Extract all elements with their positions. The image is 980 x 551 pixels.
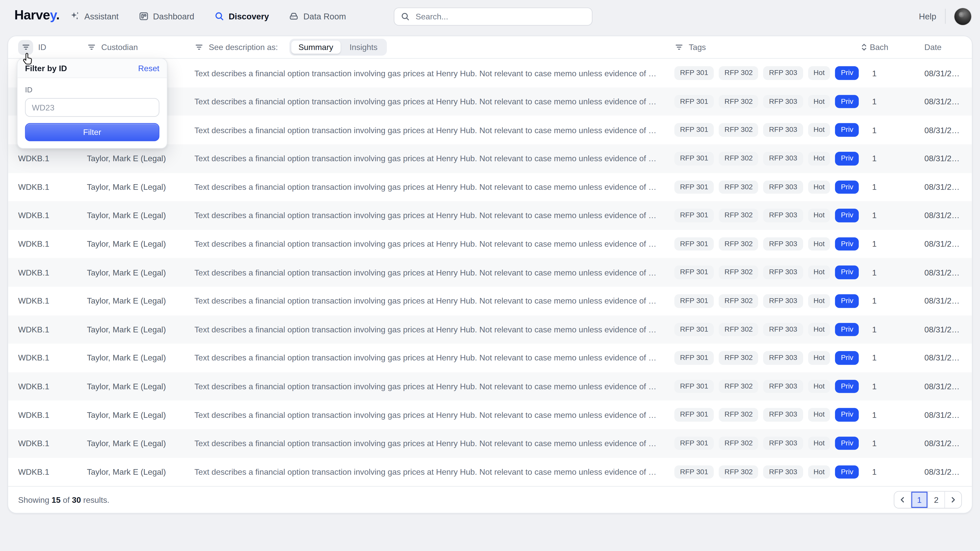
tag-pill[interactable]: RFP 301 [674,152,714,165]
tag-pill[interactable]: RFP 302 [719,180,759,194]
sort-icon[interactable] [860,43,867,51]
tag-pill[interactable]: Hot [808,180,830,194]
table-row[interactable]: WDKB.1 Taylor, Mark E (Legal) Text descr… [8,201,972,230]
global-search[interactable] [394,7,593,25]
tag-pill[interactable]: RFP 303 [763,180,803,194]
tag-pill[interactable]: RFP 303 [763,152,803,165]
table-row[interactable]: WDKB.1 Taylor, Mark E (Legal) Text descr… [8,401,972,429]
tag-pill[interactable]: RFP 303 [763,408,803,422]
tag-pill[interactable]: RFP 301 [674,294,714,308]
tag-pill[interactable]: RFP 301 [674,437,714,450]
toggle-insights[interactable]: Insights [342,41,385,54]
table-row[interactable]: WDKB.1 Taylor, Mark E (Legal) Text descr… [8,230,972,259]
tag-pill[interactable]: RFP 302 [719,209,759,222]
apply-filter-button[interactable]: Filter [25,123,159,141]
tag-pill[interactable]: RFP 303 [763,95,803,108]
table-row[interactable]: WDKB.1 Taylor, Mark E (Legal) Text descr… [8,258,972,287]
tag-pill[interactable]: RFP 303 [763,124,803,137]
table-row[interactable]: WDKB.1 Taylor, Mark E (Legal) Text descr… [8,372,972,401]
tag-pill[interactable]: RFP 302 [719,66,759,80]
tag-pill[interactable]: Hot [808,465,830,478]
tag-pill[interactable]: RFP 301 [674,323,714,336]
tag-pill[interactable]: Hot [808,351,830,365]
tag-pill[interactable]: RFP 301 [674,237,714,251]
toggle-summary[interactable]: Summary [291,41,341,54]
tag-pill[interactable]: Hot [808,323,830,336]
tag-pill[interactable]: RFP 303 [763,323,803,336]
tag-pill[interactable]: RFP 301 [674,124,714,137]
next-page-button[interactable] [945,492,961,508]
tag-pill[interactable]: Hot [808,294,830,308]
tag-pill[interactable]: Hot [808,408,830,422]
tag-pill[interactable]: RFP 301 [674,66,714,80]
nav-item-discovery[interactable]: Discovery [215,11,269,21]
table-row[interactable]: WDKB.1 Taylor, Mark E (Legal) Text descr… [8,457,972,486]
help-link[interactable]: Help [919,11,936,21]
nav-item-dashboard[interactable]: Dashboard [138,11,194,21]
tag-pill[interactable]: RFP 301 [674,351,714,365]
tag-pill[interactable]: RFP 302 [719,95,759,108]
tag-pill[interactable]: RFP 302 [719,266,759,279]
filter-custodian-button[interactable] [87,43,96,52]
nav-item-data-room[interactable]: Data Room [289,11,346,21]
tag-pill[interactable]: Hot [808,152,830,165]
user-avatar[interactable] [955,8,971,25]
tag-pill[interactable]: RFP 302 [719,323,759,336]
filter-tags-button[interactable] [674,43,684,52]
tag-pill[interactable]: RFP 301 [674,408,714,422]
id-filter-input[interactable] [25,98,159,117]
tag-pill[interactable]: RFP 301 [674,180,714,194]
reset-link[interactable]: Reset [138,64,159,73]
row-date: 08/31/2001 [899,296,962,306]
tag-pill[interactable]: RFP 303 [763,294,803,308]
tag-pill[interactable]: RFP 303 [763,380,803,393]
tag-pill[interactable]: RFP 302 [719,465,759,478]
page-1-button[interactable]: 1 [912,492,928,508]
table-row[interactable]: WDKB.1 Taylor, Mark E (Legal) Text descr… [8,344,972,372]
harvey-logo[interactable]: Harvey. [14,7,59,22]
tag-pill[interactable]: RFP 302 [719,294,759,308]
row-description: Text describes a financial option transa… [194,382,675,391]
tag-pill[interactable]: RFP 302 [719,124,759,137]
row-date: 08/31/2001 [899,154,962,163]
tag-pill[interactable]: Hot [808,380,830,393]
tag-pill[interactable]: RFP 302 [719,437,759,450]
tag-pill[interactable]: RFP 301 [674,266,714,279]
table-row[interactable]: WDKB.1 Taylor, Mark E (Legal) Text descr… [8,287,972,315]
tag-pill[interactable]: RFP 303 [763,437,803,450]
tag-pill[interactable]: RFP 301 [674,465,714,478]
tag-pill[interactable]: Hot [808,266,830,279]
filter-description-button[interactable] [194,43,204,52]
tag-pill[interactable]: RFP 301 [674,209,714,222]
prev-page-button[interactable] [894,492,911,508]
filter-id-button[interactable] [18,40,33,55]
tag-pill[interactable]: Hot [808,437,830,450]
search-input[interactable] [414,11,586,22]
tag-pill[interactable]: RFP 302 [719,380,759,393]
page-2-button[interactable]: 2 [928,492,945,508]
tag-pill[interactable]: RFP 303 [763,351,803,365]
tag-pill[interactable]: RFP 303 [763,209,803,222]
tag-pill[interactable]: RFP 302 [719,408,759,422]
tag-pill[interactable]: RFP 301 [674,380,714,393]
tag-pill[interactable]: RFP 303 [763,66,803,80]
tag-pill[interactable]: RFP 303 [763,465,803,478]
tag-pill[interactable]: RFP 301 [674,95,714,108]
tag-pill[interactable]: Hot [808,237,830,251]
tag-pill[interactable]: RFP 302 [719,152,759,165]
tag-pill[interactable]: RFP 302 [719,237,759,251]
row-bach: 1 [850,467,899,476]
tag-pill[interactable]: RFP 303 [763,237,803,251]
tag-pill[interactable]: RFP 302 [719,351,759,365]
tag-pill[interactable]: Hot [808,209,830,222]
tag-pill[interactable]: Hot [808,124,830,137]
table-row[interactable]: WDKB.1 Taylor, Mark E (Legal) Text descr… [8,173,972,201]
row-description: Text describes a financial option transa… [194,125,675,135]
row-date: 08/31/2001 [899,97,962,106]
table-row[interactable]: WDKB.1 Taylor, Mark E (Legal) Text descr… [8,315,972,344]
tag-pill[interactable]: Hot [808,66,830,80]
table-row[interactable]: WDKB.1 Taylor, Mark E (Legal) Text descr… [8,429,972,457]
nav-item-assistant[interactable]: Assistant [70,11,118,21]
tag-pill[interactable]: RFP 303 [763,266,803,279]
tag-pill[interactable]: Hot [808,95,830,108]
